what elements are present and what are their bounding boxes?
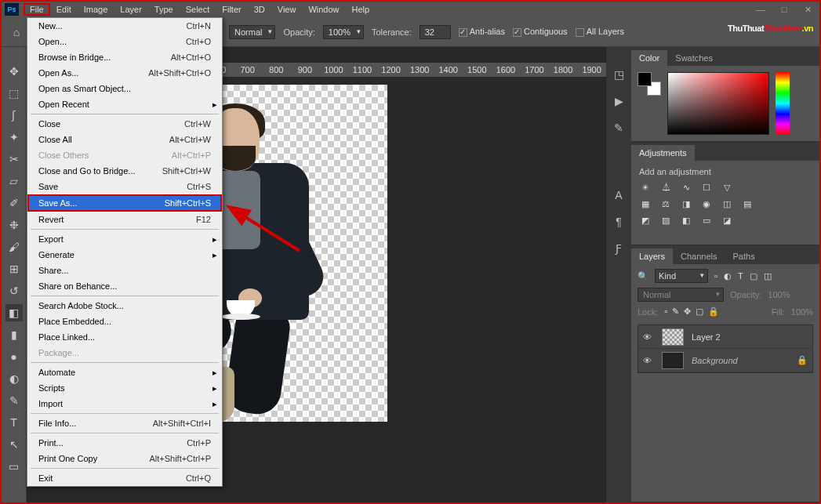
filter-smart-icon[interactable]: ◫	[764, 271, 772, 281]
visibility-icon[interactable]: 👁	[643, 356, 654, 365]
chanmix-icon[interactable]: ◫	[721, 199, 733, 209]
menu-item-browse-in-bridge[interactable]: Browse in Bridge...Alt+Ctrl+O	[27, 49, 222, 65]
menu-item-share[interactable]: Share...	[27, 263, 222, 278]
heal-tool-icon[interactable]: ❉	[5, 216, 23, 234]
hue-strip[interactable]	[776, 72, 790, 135]
huesat-icon[interactable]: ▦	[639, 199, 652, 209]
lock-brush-icon[interactable]: ✎	[672, 306, 679, 317]
channels-tab[interactable]: Channels	[673, 248, 725, 264]
layer-row[interactable]: 👁 Background 🔒	[638, 349, 812, 372]
menu-select[interactable]: Select	[180, 3, 216, 16]
lasso-tool-icon[interactable]: ʃ	[5, 107, 23, 124]
colorbal-icon[interactable]: ⚖	[659, 199, 672, 209]
lock-artboard-icon[interactable]: ▢	[696, 306, 703, 317]
home-icon[interactable]: ⌂	[8, 24, 25, 41]
menu-item-import[interactable]: Import▸	[27, 396, 222, 412]
history-brush-tool-icon[interactable]: ↺	[5, 282, 23, 299]
quickselect-tool-icon[interactable]: ✦	[5, 129, 23, 146]
opacity-field[interactable]: 100%	[323, 25, 364, 39]
layer-thumbnail[interactable]	[662, 328, 684, 346]
visibility-icon[interactable]: 👁	[643, 332, 654, 342]
color-spectrum[interactable]	[667, 72, 769, 135]
crop-tool-icon[interactable]: ✂	[5, 150, 23, 168]
levels-icon[interactable]: ⏃	[659, 183, 672, 193]
type-tool-icon[interactable]: T	[5, 414, 23, 431]
color-tab[interactable]: Color	[631, 50, 667, 66]
vibrance-icon[interactable]: ▽	[721, 183, 733, 193]
menu-item-generate[interactable]: Generate▸	[27, 247, 222, 263]
fill-value[interactable]: 100%	[791, 307, 813, 317]
menu-type[interactable]: Type	[148, 3, 180, 16]
layer-name[interactable]: Layer 2	[692, 332, 808, 342]
brightness-icon[interactable]: ☀	[639, 183, 652, 193]
menu-item-print[interactable]: Print...Ctrl+P	[27, 435, 222, 451]
glyphs-panel-icon[interactable]: Ƒ	[610, 240, 627, 257]
lock-all-icon[interactable]: 🔒	[708, 306, 719, 317]
menu-file[interactable]: File	[24, 3, 50, 16]
brush-tool-icon[interactable]: 🖌	[5, 238, 23, 256]
menu-item-close-all[interactable]: Close AllAlt+Ctrl+W	[27, 132, 222, 147]
blur-tool-icon[interactable]: ●	[5, 348, 23, 365]
lock-move-icon[interactable]: ✥	[684, 306, 691, 317]
menu-item-file-info[interactable]: File Info...Alt+Shift+Ctrl+I	[27, 415, 222, 431]
move-tool-icon[interactable]: ✥	[5, 63, 23, 80]
menu-item-open-as-smart-object[interactable]: Open as Smart Object...	[27, 81, 222, 96]
marquee-tool-icon[interactable]: ⬚	[5, 85, 23, 102]
photofilter-icon[interactable]: ◉	[700, 199, 713, 209]
layer-blend-dropdown[interactable]: Normal	[638, 288, 724, 302]
blend-mode-dropdown[interactable]: Normal	[229, 25, 275, 39]
menu-filter[interactable]: Filter	[216, 3, 247, 16]
colorlut-icon[interactable]: ▤	[741, 199, 754, 209]
menu-image[interactable]: Image	[78, 3, 114, 16]
exposure-icon[interactable]: ☐	[700, 183, 713, 193]
invert-icon[interactable]: ◩	[639, 216, 652, 226]
filter-shape-icon[interactable]: ▢	[750, 271, 757, 281]
paragraph-panel-icon[interactable]: ¶	[610, 213, 627, 230]
threshold-icon[interactable]: ◧	[680, 216, 692, 226]
history-panel-icon[interactable]: ◳	[610, 66, 627, 83]
menu-item-place-linked[interactable]: Place Linked...	[27, 329, 222, 345]
menu-edit[interactable]: Edit	[50, 3, 78, 16]
menu-view[interactable]: View	[271, 3, 303, 16]
filter-type-icon[interactable]: T	[738, 271, 743, 281]
menu-item-save[interactable]: SaveCtrl+S	[27, 179, 222, 194]
filter-adjust-icon[interactable]: ◐	[724, 271, 732, 281]
menu-item-scripts[interactable]: Scripts▸	[27, 380, 222, 396]
adjustments-tab[interactable]: Adjustments	[631, 145, 695, 161]
layers-tab[interactable]: Layers	[631, 248, 673, 264]
menu-item-open-recent[interactable]: Open Recent▸	[27, 96, 222, 112]
swatches-tab[interactable]: Swatches	[667, 50, 721, 66]
menu-item-close-and-go-to-bridge[interactable]: Close and Go to Bridge...Shift+Ctrl+W	[27, 163, 222, 179]
tolerance-field[interactable]: 32	[420, 25, 451, 39]
window-maximize-icon[interactable]: □	[772, 2, 796, 17]
shape-tool-icon[interactable]: ▭	[5, 458, 23, 475]
bw-icon[interactable]: ◨	[680, 199, 692, 209]
gradient-tool-icon[interactable]: ▮	[5, 326, 23, 343]
menu-item-automate[interactable]: Automate▸	[27, 364, 222, 380]
posterize-icon[interactable]: ▨	[659, 216, 672, 226]
brushes-panel-icon[interactable]: ✎	[610, 119, 627, 136]
menu-item-place-embedded[interactable]: Place Embedded...	[27, 314, 222, 329]
menu-item-revert[interactable]: RevertF12	[27, 212, 222, 227]
layer-name[interactable]: Background	[692, 356, 789, 365]
path-tool-icon[interactable]: ↖	[5, 436, 23, 453]
gradmap-icon[interactable]: ▭	[700, 216, 713, 226]
contiguous-check[interactable]: Contiguous	[513, 27, 568, 37]
menu-3d[interactable]: 3D	[248, 3, 271, 16]
menu-window[interactable]: Window	[302, 3, 345, 16]
menu-item-new[interactable]: New...Ctrl+N	[27, 18, 222, 34]
menu-layer[interactable]: Layer	[114, 3, 148, 16]
stamp-tool-icon[interactable]: ⊞	[5, 260, 23, 277]
layer-opacity-value[interactable]: 100%	[768, 290, 790, 299]
fg-bg-color-icon[interactable]	[638, 72, 661, 96]
layer-filter-kind[interactable]: Kind	[655, 269, 708, 283]
character-panel-icon[interactable]: A	[610, 187, 627, 204]
paths-tab[interactable]: Paths	[725, 248, 763, 264]
layer-thumbnail[interactable]	[662, 352, 684, 369]
menu-item-export[interactable]: Export▸	[27, 231, 222, 247]
eyedropper-tool-icon[interactable]: ✐	[5, 194, 23, 212]
menu-item-search-adobe-stock[interactable]: Search Adobe Stock...	[27, 298, 222, 314]
window-close-icon[interactable]: ✕	[796, 2, 819, 17]
menu-item-exit[interactable]: ExitCtrl+Q	[27, 470, 222, 486]
filter-pixel-icon[interactable]: ▫	[714, 271, 717, 281]
